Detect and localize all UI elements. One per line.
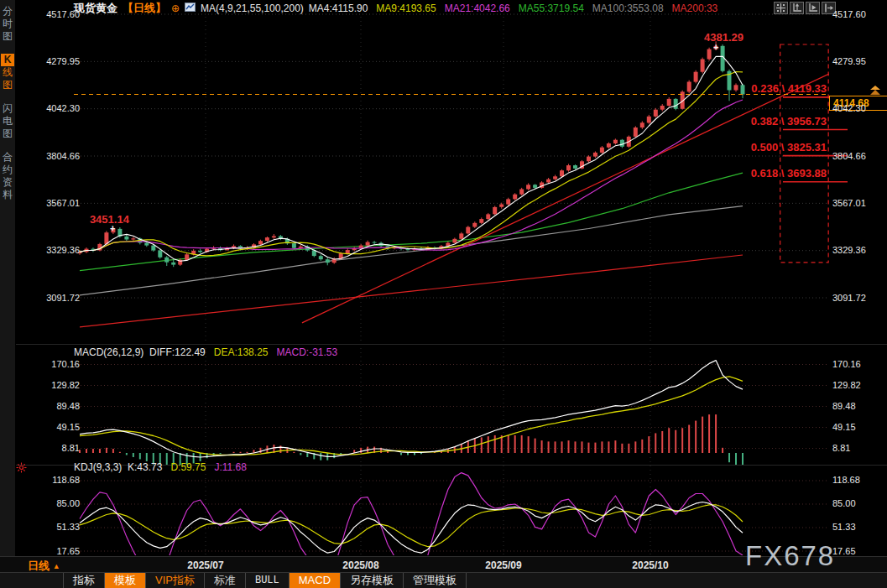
price-axis-label: 3567.01 (832, 198, 887, 208)
fib-level-label: 0.500 \ 3825.31 (749, 141, 827, 154)
date-axis-label: 2025/07 (187, 559, 223, 571)
macd-axis-label: 8.81 (21, 443, 80, 453)
date-axis-label: 2025/10 (632, 559, 668, 571)
period-selector-label: 日线 (28, 559, 50, 572)
price-axis-label: 4279.95 (21, 56, 80, 66)
toolbar-tab-BULL[interactable]: BULL (246, 573, 290, 588)
macd-axis-label: 170.16 (832, 359, 887, 369)
peak-high-marker-icon: + (713, 44, 718, 50)
peak-high-annotation: 4381.29 (704, 31, 744, 44)
kdj-axis-label: 85.00 (832, 498, 887, 508)
zoom-axis-up-icon[interactable] (790, 2, 804, 14)
price-axis-label: 3091.72 (21, 293, 80, 303)
price-axis-label: 4517.60 (21, 9, 80, 19)
ma-value-label: MA9:4193.65 (376, 3, 436, 14)
trading-app-window: { "window": { "watermark": "FX678" }, "s… (0, 0, 887, 588)
bottom-toolbar: 指标模板VIP指标标准BULLMACD另存模板管理模板 (0, 572, 887, 588)
chart-type-icon[interactable] (185, 3, 196, 14)
fib-level-label: 0.618 \ 3693.88 (749, 167, 827, 180)
sidebar-tab-char: 图 (1, 30, 14, 43)
price-axis-label: 4042.30 (832, 103, 887, 113)
sidebar-tab-char: 资 (1, 176, 14, 189)
price-axis-label: 3804.66 (832, 151, 887, 161)
sidebar-tab-K线图[interactable]: K线图 (0, 54, 15, 91)
chart-header: 现货黄金 【日线】 ⊕ MA(4,9,21,55,100,200) MA4:41… (74, 1, 717, 15)
sidebar-tab-char: 时 (1, 18, 14, 30)
macd-name: MACD(26,12,9) (74, 346, 143, 358)
macd-axis-label: 170.16 (21, 359, 80, 369)
sidebar-tab-char: K (1, 54, 14, 66)
sidebar-tab-char: 合 (1, 151, 14, 164)
period-label[interactable]: 【日线】 (123, 1, 166, 16)
price-up-arrow-icon (869, 84, 882, 99)
price-axis-label: 3091.72 (832, 293, 887, 303)
move-crosshair-icon[interactable] (774, 2, 788, 14)
price-axis-label: 4279.95 (832, 56, 887, 66)
kdj-axis-label: 118.68 (21, 475, 80, 485)
kdj-j-value: J:11.68 (214, 461, 246, 473)
toolbar-tab-指标[interactable]: 指标 (63, 573, 105, 588)
sidebar-tab-char: 图 (1, 127, 14, 140)
sidebar-tab-合约资料[interactable]: 合约资料 (0, 151, 15, 201)
macd-axis-label: 129.82 (21, 380, 80, 390)
macd-dea-value: DEA:138.25 (214, 346, 269, 358)
toolbar-tab-模板[interactable]: 模板 (105, 573, 146, 588)
zoom-axis-play-icon[interactable] (806, 2, 820, 14)
period-up-triangle-icon: ▲ (53, 562, 60, 570)
sidebar-tab-闪电图[interactable]: 闪电图 (0, 102, 15, 140)
price-axis-label: 4517.60 (832, 9, 887, 19)
date-axis-label: 2025/08 (342, 559, 378, 571)
sidebar-tab-分时图[interactable]: 分时图 (0, 5, 15, 43)
toolbar-tab-VIP指标[interactable]: VIP指标 (146, 573, 205, 588)
circle-plus-icon[interactable]: ⊕ (171, 3, 180, 14)
sidebar-tab-char: 图 (1, 79, 14, 91)
ma-settings-label: MA(4,9,21,55,100,200) (201, 3, 304, 14)
ma-value-label: MA100:3553.08 (592, 3, 664, 14)
sidebar-tab-char: 分 (1, 5, 14, 18)
price-axis-label: 3329.36 (832, 245, 887, 255)
date-axis-label: 2025/09 (485, 559, 521, 571)
toolbar-tab-管理模板[interactable]: 管理模板 (404, 573, 467, 588)
macd-diff-value: DIFF:122.49 (149, 346, 206, 358)
toolbar-tab-MACD[interactable]: MACD (290, 573, 341, 588)
ma-value-label: MA4:4115.90 (309, 3, 368, 14)
kdj-name: KDJ(9,3,3) (74, 461, 122, 473)
macd-macd-value: MACD:-31.53 (277, 346, 338, 358)
sidebar-tab-char: 料 (1, 189, 14, 201)
indicator-settings-sun-icon[interactable] (16, 461, 27, 476)
ma-value-label: MA200:33 (672, 3, 718, 14)
macd-axis-label: 89.48 (21, 401, 80, 411)
ma-value-label: MA21:4042.66 (445, 3, 510, 14)
price-axis-label: 3329.36 (21, 245, 80, 255)
kdj-axis-label: 17.65 (21, 546, 80, 556)
toolbar-tab-另存模板[interactable]: 另存模板 (341, 573, 404, 588)
macd-axis-label: 49.15 (21, 422, 80, 432)
kdj-k-value: K:43.73 (128, 461, 162, 473)
sidebar-tab-char: 约 (1, 164, 14, 176)
macd-axis-label: 89.48 (832, 401, 887, 411)
sidebar: 分时图K线图闪电图合约资料 (0, 0, 16, 588)
price-axis-label: 3804.66 (21, 151, 80, 161)
fib-level-label: 0.236 \ 4119.33 (749, 82, 827, 95)
price-axis-label: 3567.01 (21, 198, 80, 208)
kdj-axis-label: 51.33 (21, 522, 80, 532)
ma-values: MA4:4115.90MA9:4193.65MA21:4042.66MA55:3… (309, 3, 717, 14)
sidebar-tab-char: 电 (1, 115, 14, 127)
kdj-axis-label: 51.33 (832, 522, 887, 532)
sidebar-tab-char: 闪 (1, 102, 14, 115)
toolbar-tab-标准[interactable]: 标准 (205, 573, 246, 588)
kdj-axis-label: 85.00 (21, 498, 80, 508)
price-axis-label: 4042.30 (21, 103, 80, 113)
watermark: FX678 (745, 540, 835, 572)
ma-value-label: MA55:3719.54 (519, 3, 584, 14)
kdj-d-value: D:59.75 (170, 461, 206, 473)
symbol-name: 现货黄金 (74, 1, 117, 16)
fib-level-label: 0.382 \ 3956.73 (749, 115, 827, 127)
kdj-axis-label: 17.65 (832, 546, 887, 556)
swing-high-marker-icon: + (110, 225, 115, 232)
kdj-header: KDJ(9,3,3) K:43.73 D:59.75 J:11.68 (74, 461, 247, 473)
macd-axis-label: 129.82 (832, 380, 887, 390)
macd-axis-label: 49.15 (832, 422, 887, 432)
chart-toolbar-icons (774, 2, 836, 14)
kdj-axis-label: 118.68 (832, 475, 887, 485)
